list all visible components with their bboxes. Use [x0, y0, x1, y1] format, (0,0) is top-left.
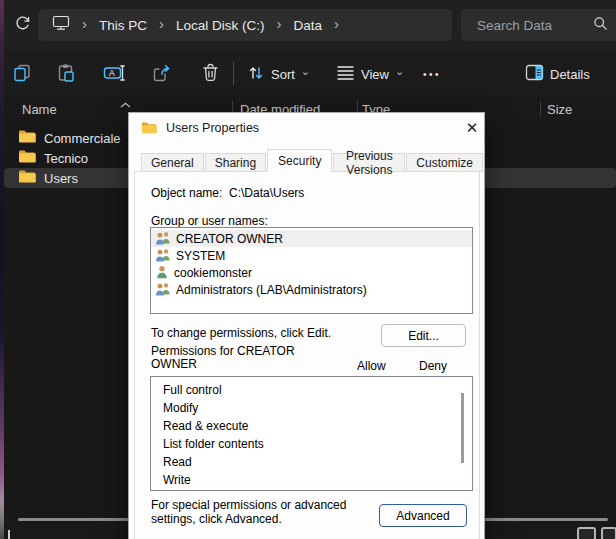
permissions-listbox: Full control Modify Read & execute List … — [150, 376, 473, 491]
close-icon: ✕ — [466, 119, 479, 137]
command-toolbar: A — [4, 50, 616, 96]
search-input[interactable] — [477, 18, 593, 33]
sort-ascending-icon — [120, 96, 131, 111]
taskbar-icon[interactable] — [577, 527, 596, 539]
share-button[interactable] — [150, 62, 174, 86]
toolbar-divider — [233, 61, 234, 85]
tab-security[interactable]: Security — [267, 149, 332, 172]
copy-icon — [12, 63, 32, 86]
this-pc-icon — [52, 15, 70, 35]
advanced-button[interactable]: Advanced — [379, 504, 467, 527]
dialog-tabstrip: General Sharing Security Previous Versio… — [141, 149, 484, 172]
column-divider — [540, 101, 541, 117]
breadcrumb-item-local-disk-c[interactable]: Local Disk (C:) — [176, 18, 265, 33]
search-icon — [593, 16, 608, 35]
file-name: Tecnico — [44, 151, 88, 166]
principal-name: cookiemonster — [174, 266, 252, 280]
chevron-down-icon: ⌄ — [395, 67, 404, 75]
tab-customize[interactable]: Customize — [406, 153, 483, 172]
sort-icon — [247, 64, 265, 85]
view-label: View — [361, 67, 389, 82]
tab-previous-versions[interactable]: Previous Versions — [333, 153, 405, 172]
refresh-icon — [14, 15, 31, 35]
folder-icon — [18, 169, 36, 187]
file-name: Users — [44, 171, 78, 186]
paste-button[interactable] — [54, 62, 78, 86]
group-icon — [155, 281, 171, 299]
permission-row-write[interactable]: Write — [151, 471, 472, 489]
details-label: Details — [550, 67, 590, 82]
deny-column-label: Deny — [419, 359, 447, 373]
paste-icon — [56, 63, 76, 86]
tab-general[interactable]: General — [141, 153, 204, 172]
principal-name: SYSTEM — [176, 249, 225, 263]
permission-row-special-permissions[interactable]: Special permissions — [151, 489, 472, 491]
file-explorer-window: › This PC › Local Disk (C:) › Data › — [0, 0, 616, 539]
rename-button[interactable]: A — [102, 62, 126, 86]
breadcrumb-item-this-pc[interactable]: This PC — [99, 18, 147, 33]
group-or-user-names-label: Group or user names: — [151, 214, 268, 228]
folder-icon — [18, 149, 36, 167]
folder-icon — [18, 129, 36, 147]
column-header-name[interactable]: Name — [22, 102, 57, 117]
allow-column-label: Allow — [357, 359, 386, 373]
svg-text:A: A — [109, 68, 115, 78]
advanced-settings-hint: For special permissions or advanced sett… — [151, 499, 391, 526]
change-permissions-hint: To change permissions, click Edit. — [151, 326, 331, 340]
details-pane-icon — [525, 64, 544, 84]
folder-icon — [141, 121, 157, 137]
users-properties-dialog: Users Properties ✕ General Sharing Secur… — [128, 112, 485, 539]
copy-button[interactable] — [10, 62, 34, 86]
taskbar-icon[interactable] — [601, 527, 616, 539]
permissions-for-label: Permissions for CREATOR OWNER — [151, 345, 321, 371]
view-icon — [336, 65, 355, 84]
breadcrumb: › This PC › Local Disk (C:) › Data › — [38, 9, 452, 41]
permission-row-modify[interactable]: Modify — [151, 399, 472, 417]
breadcrumb-chevron-icon: › — [159, 19, 164, 29]
user-icon — [155, 264, 169, 282]
principal-row-cookiemonster[interactable]: cookiemonster — [151, 264, 472, 281]
sort-dropdown[interactable]: Sort ⌄ — [247, 62, 310, 86]
search-box — [461, 9, 616, 41]
dialog-titlebar[interactable]: Users Properties ✕ — [129, 113, 484, 143]
permission-row-read[interactable]: Read — [151, 453, 472, 471]
partial-icon-edge — [8, 530, 10, 539]
principal-row-system[interactable]: SYSTEM — [151, 247, 472, 264]
breadcrumb-item-data[interactable]: Data — [294, 18, 323, 33]
file-name: Commerciale — [44, 131, 121, 146]
refresh-button[interactable] — [10, 13, 34, 37]
view-dropdown[interactable]: View ⌄ — [336, 62, 404, 86]
group-icon — [155, 247, 171, 265]
principal-row-creator-owner[interactable]: CREATOR OWNER — [151, 230, 472, 247]
rename-icon: A — [103, 63, 125, 86]
tab-sharing[interactable]: Sharing — [205, 153, 266, 172]
close-button[interactable]: ✕ — [462, 118, 482, 138]
object-name-value: C:\Data\Users — [229, 186, 304, 200]
object-name-label: Object name: — [151, 186, 222, 200]
principal-name: Administrators (LAB\Administrators) — [176, 283, 367, 297]
column-header-size[interactable]: Size — [547, 102, 572, 117]
delete-icon — [201, 63, 220, 86]
permission-row-read-execute[interactable]: Read & execute — [151, 417, 472, 435]
edit-button[interactable]: Edit... — [381, 324, 466, 347]
principal-row-administrators[interactable]: Administrators (LAB\Administrators) — [151, 281, 472, 298]
group-user-names-listbox: CREATOR OWNER SYSTEM — [150, 227, 473, 314]
background-window-sliver — [0, 0, 4, 539]
breadcrumb-chevron-icon: › — [277, 19, 282, 29]
permission-row-list-folder-contents[interactable]: List folder contents — [151, 435, 472, 453]
breadcrumb-chevron-icon: › — [334, 19, 339, 29]
more-options-button[interactable]: ••• — [423, 62, 441, 86]
chevron-down-icon: ⌄ — [301, 67, 310, 75]
more-icon: ••• — [423, 69, 441, 80]
permission-row-full-control[interactable]: Full control — [151, 381, 472, 399]
permissions-scrollbar[interactable] — [461, 393, 464, 463]
principal-name: CREATOR OWNER — [176, 232, 283, 246]
sort-label: Sort — [271, 67, 295, 82]
delete-button[interactable] — [198, 62, 222, 86]
share-icon — [152, 63, 172, 86]
breadcrumb-chevron-icon: › — [82, 19, 87, 29]
group-icon — [155, 230, 171, 248]
dialog-title: Users Properties — [166, 121, 259, 135]
details-pane-button[interactable]: Details — [525, 62, 590, 86]
navigation-bar: › This PC › Local Disk (C:) › Data › — [4, 0, 616, 50]
